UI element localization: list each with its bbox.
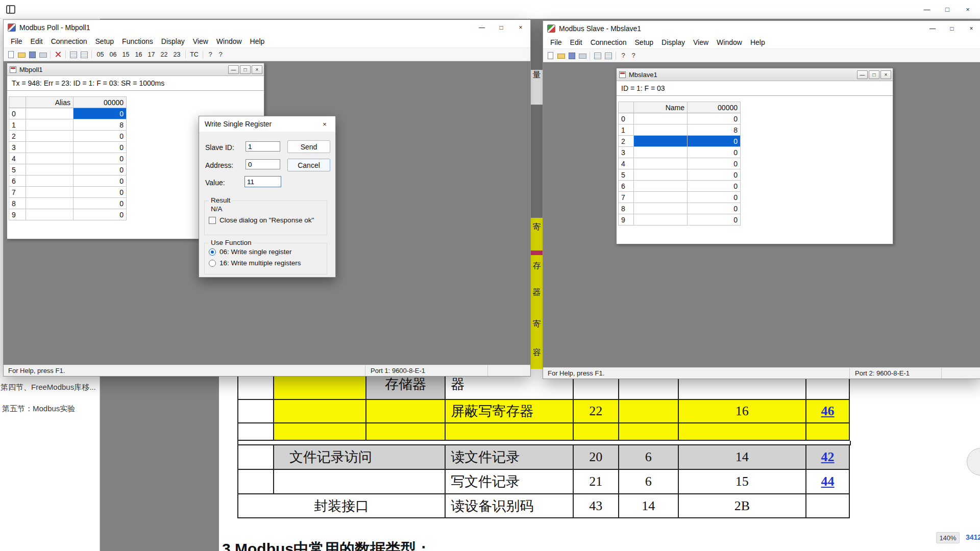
value-cell[interactable]: 8 bbox=[688, 124, 741, 136]
func-06-button[interactable]: 06 bbox=[108, 50, 118, 59]
menu-window[interactable]: Window bbox=[212, 37, 246, 45]
print-icon[interactable] bbox=[578, 51, 586, 60]
child-titlebar[interactable]: Mbpoll1 — □ × bbox=[7, 63, 264, 76]
new-file-icon[interactable] bbox=[6, 50, 15, 59]
value-cell[interactable]: 0 bbox=[688, 192, 741, 203]
value-cell[interactable]: 0 bbox=[74, 142, 127, 153]
func-16-button[interactable]: 16 bbox=[133, 50, 144, 59]
open-file-icon[interactable] bbox=[17, 50, 26, 59]
menu-connection[interactable]: Connection bbox=[47, 37, 91, 45]
save-icon[interactable] bbox=[28, 50, 36, 59]
value-header[interactable]: 00000 bbox=[688, 102, 741, 113]
value-cell[interactable]: 0 bbox=[688, 147, 741, 158]
alias-cell[interactable] bbox=[26, 142, 74, 153]
alias-cell[interactable] bbox=[26, 198, 74, 209]
child-minimize-icon[interactable]: — bbox=[228, 65, 239, 74]
row-number-cell[interactable]: 0 bbox=[619, 113, 634, 124]
row-number-cell[interactable]: 3 bbox=[619, 147, 634, 158]
zoom-level[interactable]: 140% bbox=[936, 532, 960, 543]
child-maximize-icon[interactable]: □ bbox=[240, 65, 251, 74]
row-number-cell[interactable]: 6 bbox=[9, 176, 26, 187]
context-help-icon[interactable]: ? bbox=[629, 52, 638, 59]
minimize-icon[interactable]: — bbox=[472, 20, 492, 35]
cancel-button[interactable]: Cancel bbox=[287, 159, 330, 171]
value-header[interactable]: 00000 bbox=[74, 97, 127, 108]
alias-cell[interactable] bbox=[26, 153, 74, 164]
name-cell[interactable] bbox=[634, 203, 688, 214]
open-file-icon[interactable] bbox=[556, 51, 565, 60]
menu-help[interactable]: Help bbox=[246, 37, 269, 45]
row-number-cell[interactable]: 7 bbox=[9, 187, 26, 198]
row-number-cell[interactable]: 1 bbox=[9, 119, 26, 131]
print-icon[interactable] bbox=[38, 50, 47, 59]
value-cell[interactable]: 0 bbox=[688, 169, 741, 181]
page-link[interactable]: 44 bbox=[821, 474, 835, 489]
child-maximize-icon[interactable]: □ bbox=[869, 70, 879, 79]
row-number-cell[interactable]: 2 bbox=[9, 131, 26, 142]
name-cell[interactable] bbox=[634, 181, 688, 192]
value-cell[interactable]: 0 bbox=[74, 176, 127, 187]
name-cell-selected[interactable] bbox=[634, 136, 688, 147]
value-cell[interactable]: 0 bbox=[688, 158, 741, 169]
value-cell-selected[interactable]: 0 bbox=[74, 108, 127, 119]
row-number-cell[interactable]: 6 bbox=[619, 181, 634, 192]
name-cell[interactable] bbox=[634, 147, 688, 158]
row-number-cell[interactable]: 4 bbox=[619, 158, 634, 169]
window-titlebar[interactable]: Modbus Slave - Mbslave1 — □ × bbox=[543, 21, 980, 36]
value-cell[interactable]: 0 bbox=[688, 181, 741, 192]
alias-cell[interactable] bbox=[26, 108, 74, 119]
function-06-radio[interactable] bbox=[209, 248, 216, 256]
alias-cell[interactable] bbox=[26, 164, 74, 176]
func-15-button[interactable]: 15 bbox=[120, 50, 131, 59]
menu-file[interactable]: File bbox=[546, 38, 566, 46]
value-cell[interactable]: 0 bbox=[688, 214, 741, 226]
menu-edit[interactable]: Edit bbox=[27, 37, 47, 45]
close-icon[interactable]: × bbox=[962, 21, 980, 36]
alias-cell[interactable] bbox=[26, 131, 74, 142]
menu-display[interactable]: Display bbox=[157, 37, 189, 45]
close-icon[interactable]: × bbox=[511, 20, 530, 35]
menu-display[interactable]: Display bbox=[657, 38, 689, 46]
dialog-close-icon[interactable]: × bbox=[314, 116, 335, 132]
setup-grid-icon[interactable] bbox=[593, 51, 602, 60]
display-grid-icon[interactable] bbox=[604, 51, 612, 60]
row-number-cell[interactable]: 9 bbox=[619, 214, 634, 226]
display-grid-icon[interactable] bbox=[80, 50, 88, 59]
menu-edit[interactable]: Edit bbox=[566, 38, 586, 46]
help-icon[interactable]: ? bbox=[206, 51, 214, 58]
row-number-cell[interactable]: 3 bbox=[9, 142, 26, 153]
value-cell[interactable]: 0 bbox=[74, 198, 127, 209]
disconnect-icon[interactable] bbox=[54, 50, 62, 59]
func-05-button[interactable]: 05 bbox=[95, 50, 106, 59]
value-cell[interactable]: 0 bbox=[74, 209, 127, 220]
name-cell[interactable] bbox=[634, 158, 688, 169]
name-cell[interactable] bbox=[634, 124, 688, 136]
name-cell[interactable] bbox=[634, 169, 688, 181]
alias-header[interactable]: Alias bbox=[26, 97, 74, 108]
save-icon[interactable] bbox=[567, 51, 576, 60]
sidebar-toggle-icon[interactable] bbox=[6, 5, 15, 14]
new-file-icon[interactable] bbox=[546, 51, 554, 60]
row-number-cell[interactable]: 8 bbox=[619, 203, 634, 214]
send-button[interactable]: Send bbox=[287, 140, 330, 153]
name-cell[interactable] bbox=[634, 214, 688, 226]
value-cell[interactable]: 0 bbox=[74, 164, 127, 176]
address-input[interactable] bbox=[246, 159, 280, 169]
window-titlebar[interactable]: Modbus Poll - Mbpoll1 — □ × bbox=[4, 20, 530, 35]
value-cell[interactable]: 0 bbox=[74, 131, 127, 142]
outline-item[interactable]: 第四节、FreeModbus库移... bbox=[1, 383, 99, 392]
menu-help[interactable]: Help bbox=[746, 38, 769, 46]
context-help-icon[interactable]: ? bbox=[216, 51, 225, 58]
value-cell-selected[interactable]: 0 bbox=[688, 136, 741, 147]
child-close-icon[interactable]: × bbox=[880, 70, 891, 79]
row-number-cell[interactable]: 2 bbox=[619, 136, 634, 147]
mbslave1-child-window[interactable]: Mbslave1 — □ × ID = 1: F = 03 Name 00000 bbox=[616, 68, 893, 244]
alias-cell[interactable] bbox=[26, 119, 74, 131]
dialog-titlebar[interactable]: Write Single Register × bbox=[199, 116, 335, 132]
row-number-cell[interactable]: 8 bbox=[9, 198, 26, 209]
value-cell[interactable]: 0 bbox=[74, 153, 127, 164]
alias-cell[interactable] bbox=[26, 176, 74, 187]
name-cell[interactable] bbox=[634, 192, 688, 203]
name-cell[interactable] bbox=[634, 113, 688, 124]
func-22-button[interactable]: 22 bbox=[159, 50, 169, 59]
